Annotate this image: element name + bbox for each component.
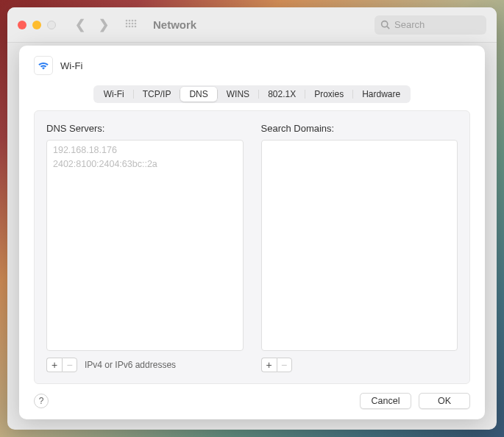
wifi-icon xyxy=(34,56,53,75)
tab-wins[interactable]: WINS xyxy=(218,87,258,102)
forward-button[interactable]: ❯ xyxy=(99,17,109,32)
close-window-button[interactable] xyxy=(18,21,26,29)
svg-point-4 xyxy=(126,22,128,24)
tab-wifi[interactable]: Wi-Fi xyxy=(95,87,133,102)
search-domains-column: Search Domains: + − xyxy=(261,123,458,373)
search-box[interactable]: Search xyxy=(375,15,486,35)
tab-8021x[interactable]: 802.1X xyxy=(259,87,305,102)
dns-panel: DNS Servers: 192.168.18.176 2402:8100:24… xyxy=(34,110,470,384)
svg-point-10 xyxy=(132,25,134,27)
help-button[interactable]: ? xyxy=(34,394,49,408)
traffic-lights xyxy=(18,21,56,29)
list-item[interactable]: 192.168.18.176 xyxy=(53,143,237,157)
add-dns-server-button[interactable]: + xyxy=(46,358,62,372)
svg-point-3 xyxy=(135,19,137,21)
svg-point-2 xyxy=(132,19,134,21)
remove-dns-server-button[interactable]: − xyxy=(62,358,77,372)
tab-proxies[interactable]: Proxies xyxy=(305,87,352,102)
svg-point-7 xyxy=(135,22,137,24)
svg-point-11 xyxy=(135,25,137,27)
tab-hardware[interactable]: Hardware xyxy=(353,87,409,102)
search-domains-controls: + − xyxy=(261,357,458,373)
tab-bar: Wi-Fi TCP/IP DNS WINS 802.1X Proxies Har… xyxy=(19,82,485,103)
dns-servers-controls: + − IPv4 or IPv6 addresses xyxy=(46,357,244,373)
search-domains-list[interactable] xyxy=(261,140,458,351)
tab-tcpip[interactable]: TCP/IP xyxy=(134,87,180,102)
svg-point-5 xyxy=(129,22,131,24)
tab-dns[interactable]: DNS xyxy=(180,87,216,102)
cancel-button[interactable]: Cancel xyxy=(360,393,411,409)
svg-line-13 xyxy=(387,26,389,29)
search-domains-label: Search Domains: xyxy=(261,123,458,134)
dns-servers-label: DNS Servers: xyxy=(46,123,244,134)
dns-servers-hint: IPv4 or IPv6 addresses xyxy=(85,360,176,370)
show-all-icon[interactable] xyxy=(125,19,137,31)
search-placeholder: Search xyxy=(394,19,425,30)
titlebar: ❮ ❯ Network Search xyxy=(7,7,497,43)
remove-search-domain-button[interactable]: − xyxy=(277,358,292,372)
nav-arrows: ❮ ❯ xyxy=(75,17,109,32)
add-search-domain-button[interactable]: + xyxy=(261,358,277,372)
dns-servers-column: DNS Servers: 192.168.18.176 2402:8100:24… xyxy=(46,123,244,373)
minimize-window-button[interactable] xyxy=(32,21,41,29)
svg-point-8 xyxy=(126,25,128,27)
settings-sheet: Wi-Fi Wi-Fi TCP/IP DNS WINS 802.1X Proxi… xyxy=(19,46,485,419)
svg-point-6 xyxy=(132,22,134,24)
window-title: Network xyxy=(153,18,196,31)
search-icon xyxy=(380,20,390,29)
svg-point-0 xyxy=(126,19,128,21)
back-button[interactable]: ❮ xyxy=(75,17,85,32)
svg-point-12 xyxy=(382,21,388,27)
list-item[interactable]: 2402:8100:2404:63bc::2a xyxy=(53,157,237,171)
zoom-window-button[interactable] xyxy=(47,21,56,29)
prefs-window: ❮ ❯ Network Search Wi-Fi Wi-Fi TCP/IP DN… xyxy=(7,7,497,430)
svg-point-9 xyxy=(129,25,131,27)
interface-label: Wi-Fi xyxy=(60,60,82,71)
svg-point-1 xyxy=(129,19,131,21)
ok-button[interactable]: OK xyxy=(419,393,470,409)
dns-servers-list[interactable]: 192.168.18.176 2402:8100:2404:63bc::2a xyxy=(46,140,244,351)
sheet-header: Wi-Fi xyxy=(19,46,485,82)
tab-segmented-control: Wi-Fi TCP/IP DNS WINS 802.1X Proxies Har… xyxy=(93,85,411,103)
sheet-footer: ? Cancel OK xyxy=(19,384,485,419)
